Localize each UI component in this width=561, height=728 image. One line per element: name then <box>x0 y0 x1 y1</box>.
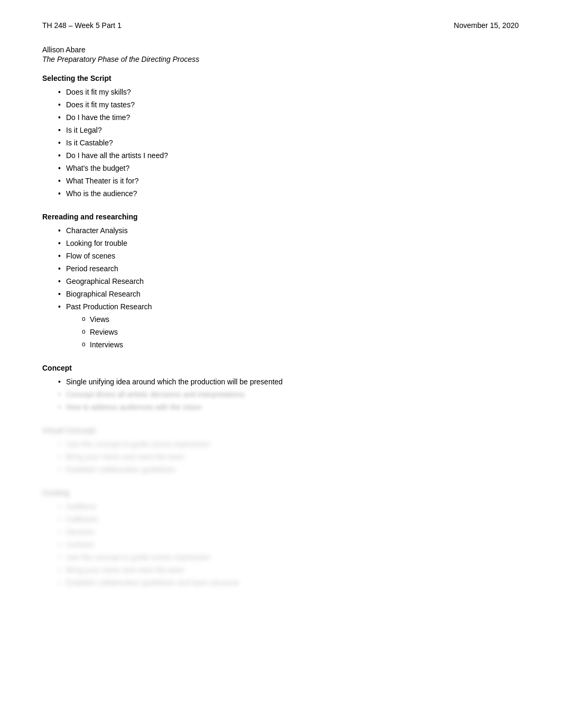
list-item: Do I have the time? <box>58 112 519 123</box>
rereading-title: Rereading and researching <box>42 213 519 221</box>
list-item: Auditions <box>58 501 519 512</box>
visual-concept-section: Visual Concept Use this concept to guide… <box>42 426 519 475</box>
list-item: Does it fit my skills? <box>58 87 519 98</box>
list-item: Flow of scenes <box>58 251 519 262</box>
header-date: November 15, 2020 <box>454 21 519 30</box>
header: TH 248 – Week 5 Part 1 November 15, 2020 <box>42 21 519 30</box>
casting-section: Casting Auditions Callbacks Decision Con… <box>42 489 519 588</box>
list-item: Establish collaboration guidelines and t… <box>58 577 519 588</box>
list-item: Do I have all the artists I need? <box>58 150 519 161</box>
list-item: Geographical Research <box>58 276 519 287</box>
list-item: Establish collaboration guidelines <box>58 464 519 475</box>
page: TH 248 – Week 5 Part 1 November 15, 2020… <box>0 0 561 728</box>
concept-section: Concept Single unifying idea around whic… <box>42 364 519 413</box>
list-item: Character Analysis <box>58 225 519 236</box>
list-item: Is it Legal? <box>58 125 519 136</box>
list-item: Contract <box>58 539 519 550</box>
casting-list: Auditions Callbacks Decision Contract Us… <box>42 501 519 588</box>
list-item: Decision <box>58 527 519 538</box>
list-item: How to address audiences with the vision <box>58 402 519 413</box>
list-item: What's the budget? <box>58 163 519 174</box>
author-block: Allison Abare The Preparatory Phase of t… <box>42 45 519 63</box>
list-item: Does it fit my tastes? <box>58 99 519 110</box>
visual-concept-title: Visual Concept <box>42 426 519 435</box>
list-item: Who is the audience? <box>58 188 519 199</box>
list-item: Is it Castable? <box>58 137 519 149</box>
list-item: Callbacks <box>58 514 519 525</box>
header-course: TH 248 – Week 5 Part 1 <box>42 21 121 30</box>
author-name: Allison Abare <box>42 45 519 54</box>
rereading-list: Character Analysis Looking for trouble F… <box>42 225 519 351</box>
list-item: Use this concept to guide scenic express… <box>58 552 519 563</box>
concept-title: Concept <box>42 364 519 372</box>
list-item: What Theater is it for? <box>58 176 519 187</box>
sub-list-item: Interviews <box>82 339 519 351</box>
sub-list: Views Reviews Interviews <box>66 314 519 351</box>
list-item: Looking for trouble <box>58 238 519 249</box>
list-item: Concept drives all artistic decisions an… <box>58 389 519 400</box>
list-item: Single unifying idea around which the pr… <box>58 376 519 388</box>
list-item: Use this concept to guide scenic express… <box>58 439 519 450</box>
selecting-list: Does it fit my skills? Does it fit my ta… <box>42 87 519 199</box>
list-item: Bring your vision and meet the team <box>58 565 519 576</box>
list-item: Period research <box>58 263 519 274</box>
list-item: Biographical Research <box>58 289 519 300</box>
selecting-section: Selecting the Script Does it fit my skil… <box>42 74 519 199</box>
concept-list: Single unifying idea around which the pr… <box>42 376 519 413</box>
list-item: Past Production Research Views Reviews I… <box>58 301 519 351</box>
sub-list-item: Views <box>82 314 519 325</box>
list-item: Bring your vision and meet the team <box>58 451 519 463</box>
selecting-title: Selecting the Script <box>42 74 519 82</box>
visual-concept-list: Use this concept to guide scenic express… <box>42 439 519 475</box>
author-subtitle: The Preparatory Phase of the Directing P… <box>42 55 519 63</box>
rereading-section: Rereading and researching Character Anal… <box>42 213 519 351</box>
casting-title: Casting <box>42 489 519 497</box>
sub-list-item: Reviews <box>82 327 519 338</box>
